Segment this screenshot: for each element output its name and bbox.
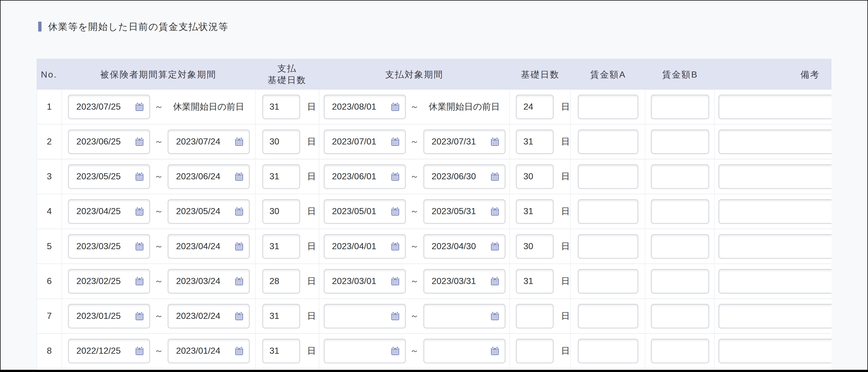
calendar-icon[interactable] bbox=[390, 276, 400, 286]
range-tilde: ～ bbox=[410, 275, 419, 287]
calendar-icon[interactable] bbox=[234, 137, 244, 147]
cell-insured-period: ～ bbox=[62, 125, 256, 159]
range-tilde: ～ bbox=[154, 345, 163, 357]
calendar-icon[interactable] bbox=[134, 241, 145, 251]
calendar-icon[interactable] bbox=[490, 311, 500, 321]
pay-base-days-input[interactable] bbox=[262, 304, 300, 328]
pay-base-days-input[interactable] bbox=[262, 339, 300, 363]
row-number: 6 bbox=[47, 276, 52, 286]
calendar-icon[interactable] bbox=[134, 206, 145, 216]
calendar-icon[interactable] bbox=[234, 241, 244, 251]
cell-wage-a bbox=[571, 264, 646, 298]
wage-b-input[interactable] bbox=[651, 269, 709, 294]
wage-a-input[interactable] bbox=[578, 199, 639, 224]
calendar-icon[interactable] bbox=[390, 102, 400, 112]
cell-base-days: 日 bbox=[510, 90, 571, 124]
wage-b-input[interactable] bbox=[651, 339, 709, 363]
payment-period-start-field bbox=[324, 130, 406, 154]
page-background: 休業等を開始した日前の賃金支払状況等 No. 被保険者期間算定対象期間 支払 基… bbox=[0, 0, 868, 372]
day-unit-label: 日 bbox=[561, 345, 570, 357]
day-unit-label: 日 bbox=[561, 310, 570, 322]
calendar-icon[interactable] bbox=[234, 276, 244, 286]
base-days-input[interactable] bbox=[516, 234, 554, 259]
remarks-input[interactable] bbox=[719, 269, 832, 294]
wage-b-input[interactable] bbox=[651, 199, 709, 224]
remarks-input[interactable] bbox=[719, 95, 832, 119]
remarks-input[interactable] bbox=[719, 164, 832, 189]
wage-a-input[interactable] bbox=[578, 95, 639, 119]
remarks-input[interactable] bbox=[719, 339, 832, 363]
cell-wage-b bbox=[646, 229, 715, 263]
calendar-icon[interactable] bbox=[390, 241, 400, 251]
day-unit-label: 日 bbox=[561, 101, 570, 112]
remarks-input[interactable] bbox=[719, 199, 832, 224]
cell-wage-a bbox=[571, 369, 646, 370]
cell-wage-b bbox=[646, 125, 715, 159]
cell-remarks bbox=[715, 299, 832, 333]
calendar-icon[interactable] bbox=[490, 346, 500, 356]
calendar-icon[interactable] bbox=[234, 206, 244, 216]
base-days-input[interactable] bbox=[516, 339, 554, 363]
pay-base-days-input[interactable] bbox=[262, 95, 300, 119]
insured-period-start-field bbox=[68, 199, 150, 224]
wage-a-input[interactable] bbox=[578, 269, 639, 294]
cell-pay-base-days: 日 bbox=[256, 90, 319, 124]
wage-a-input[interactable] bbox=[578, 304, 639, 328]
row-number: 5 bbox=[47, 241, 52, 251]
cell-row-number: 5 bbox=[37, 229, 62, 263]
payment-period-end-field bbox=[423, 304, 505, 328]
wage-b-input[interactable] bbox=[651, 130, 709, 154]
insured-period-end-field bbox=[168, 234, 250, 259]
calendar-icon[interactable] bbox=[390, 311, 400, 321]
wage-a-input[interactable] bbox=[578, 234, 639, 259]
wage-b-input[interactable] bbox=[651, 95, 709, 119]
pay-base-days-input[interactable] bbox=[262, 164, 300, 189]
base-days-input[interactable] bbox=[516, 95, 554, 119]
calendar-icon[interactable] bbox=[390, 172, 400, 182]
remarks-input[interactable] bbox=[719, 304, 832, 328]
calendar-icon[interactable] bbox=[134, 311, 145, 321]
table-row: 8 ～ bbox=[37, 334, 832, 369]
wage-b-input[interactable] bbox=[651, 234, 709, 259]
calendar-icon[interactable] bbox=[134, 276, 145, 286]
calendar-icon[interactable] bbox=[134, 137, 145, 147]
payment-period-end-label: 休業開始日の前日 bbox=[423, 101, 505, 112]
base-days-input[interactable] bbox=[516, 164, 554, 189]
calendar-icon[interactable] bbox=[134, 102, 145, 112]
pay-base-days-input[interactable] bbox=[262, 269, 300, 294]
pay-base-days-input[interactable] bbox=[262, 199, 300, 224]
calendar-icon[interactable] bbox=[134, 172, 145, 182]
payment-period-start-field bbox=[324, 304, 406, 328]
wage-a-input[interactable] bbox=[578, 164, 639, 189]
cell-payment-period: ～ 休業開始日の前日 bbox=[319, 90, 510, 124]
calendar-icon[interactable] bbox=[390, 137, 400, 147]
range-tilde: ～ bbox=[154, 310, 163, 322]
calendar-icon[interactable] bbox=[234, 311, 244, 321]
wage-b-input[interactable] bbox=[651, 304, 709, 328]
remarks-input[interactable] bbox=[719, 130, 832, 154]
wage-a-input[interactable] bbox=[578, 130, 639, 154]
calendar-icon[interactable] bbox=[390, 346, 400, 356]
calendar-icon[interactable] bbox=[490, 276, 500, 286]
calendar-icon[interactable] bbox=[390, 206, 400, 216]
calendar-icon[interactable] bbox=[490, 137, 500, 147]
calendar-icon[interactable] bbox=[234, 346, 244, 356]
base-days-input[interactable] bbox=[516, 304, 554, 328]
range-tilde: ～ bbox=[154, 275, 163, 287]
calendar-icon[interactable] bbox=[490, 172, 500, 182]
wage-a-input[interactable] bbox=[578, 339, 639, 363]
remarks-input[interactable] bbox=[719, 234, 832, 259]
base-days-input[interactable] bbox=[516, 269, 554, 294]
calendar-icon[interactable] bbox=[490, 206, 500, 216]
base-days-input[interactable] bbox=[516, 199, 554, 224]
column-header-no: No. bbox=[37, 68, 62, 80]
column-header-remarks: 備考 bbox=[715, 68, 831, 80]
day-unit-label: 日 bbox=[307, 171, 316, 182]
base-days-input[interactable] bbox=[516, 130, 554, 154]
pay-base-days-input[interactable] bbox=[262, 234, 300, 259]
calendar-icon[interactable] bbox=[490, 241, 500, 251]
calendar-icon[interactable] bbox=[234, 172, 244, 182]
wage-b-input[interactable] bbox=[651, 164, 709, 189]
calendar-icon[interactable] bbox=[134, 346, 145, 356]
pay-base-days-input[interactable] bbox=[262, 130, 300, 154]
